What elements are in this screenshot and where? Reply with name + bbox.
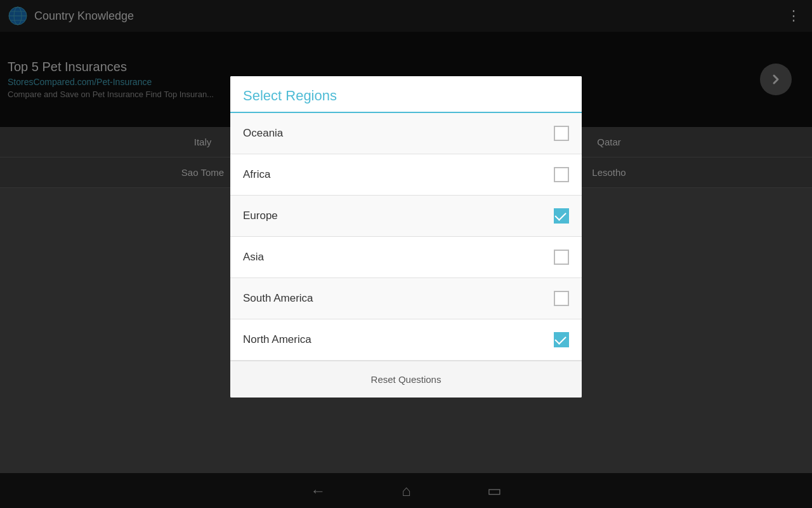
region-label-4: South America (243, 292, 554, 305)
region-checkbox-4[interactable] (554, 291, 569, 306)
region-item-south-america[interactable]: South America (230, 278, 582, 319)
region-label-5: North America (243, 333, 554, 346)
region-item-europe[interactable]: Europe (230, 196, 582, 237)
region-item-north-america[interactable]: North America (230, 319, 582, 361)
dialog-footer: Reset Questions (230, 361, 582, 398)
region-item-oceania[interactable]: Oceania (230, 113, 582, 154)
region-checkbox-2[interactable] (554, 208, 569, 224)
region-item-asia[interactable]: Asia (230, 237, 582, 278)
region-label-3: Asia (243, 251, 554, 264)
region-label-1: Africa (243, 168, 554, 181)
dialog-header: Select Regions (230, 76, 582, 113)
region-checkbox-1[interactable] (554, 167, 569, 182)
region-checkbox-0[interactable] (554, 126, 569, 141)
region-label-0: Oceania (243, 127, 554, 140)
region-checkbox-3[interactable] (554, 250, 569, 265)
region-list: OceaniaAfricaEuropeAsiaSouth AmericaNort… (230, 113, 582, 361)
region-label-2: Europe (243, 210, 554, 222)
dialog-title: Select Regions (243, 88, 337, 104)
region-checkbox-5[interactable] (554, 332, 569, 347)
region-item-africa[interactable]: Africa (230, 154, 582, 196)
select-regions-dialog: Select Regions OceaniaAfricaEuropeAsiaSo… (230, 76, 582, 398)
reset-button[interactable]: Reset Questions (363, 371, 449, 387)
